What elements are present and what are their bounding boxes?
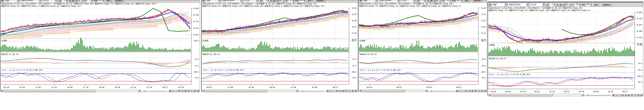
ashi-stepper[interactable]: 1 ▲▼ — [62, 0, 68, 2]
period-button-月[interactable]: 月 — [276, 0, 279, 2]
chevron-down-icon[interactable]: ▼ — [38, 0, 42, 2]
horizontal-scrollbar[interactable] — [205, 89, 296, 92]
scroll-right-icon[interactable]: ▶ — [296, 89, 298, 92]
period-button-日[interactable]: 日 — [270, 0, 273, 2]
nav-button-0[interactable]: ◀ — [168, 89, 171, 92]
spinner-arrows-icon[interactable]: ▲▼ — [91, 0, 93, 2]
nav-button-0[interactable]: ◀ — [455, 89, 458, 92]
spinner-arrows-icon[interactable]: ▲▼ — [449, 0, 451, 2]
period-button-週[interactable]: 週 — [273, 0, 276, 2]
spinner-arrows-icon[interactable]: ▲▼ — [590, 3, 592, 6]
chevron-down-icon[interactable]: ▼ — [240, 0, 243, 2]
period-button-T[interactable]: T — [282, 0, 285, 2]
chevron-down-icon[interactable]: ▼ — [1, 0, 4, 2]
nav-button-8[interactable]: R — [637, 94, 640, 97]
bars-stepper[interactable]: 600 ▲▼ — [586, 3, 592, 6]
period-button-分[interactable]: 分 — [279, 0, 282, 2]
multi-symbol-button[interactable]: 複数銘柄 — [601, 3, 612, 6]
chevron-down-icon[interactable]: ▼ — [17, 0, 20, 2]
slider-handle[interactable] — [430, 90, 432, 92]
period-button-月[interactable]: 月 — [74, 0, 78, 2]
symbol-dropdown[interactable]: 日経225mini ▼ — [20, 0, 42, 2]
symbol-dropdown[interactable]: 日経225mini ▼ — [508, 3, 529, 6]
minutes-stepper[interactable]: 60 ▲▼ — [574, 3, 581, 6]
apply-button[interactable]: 適用 — [463, 0, 470, 2]
nav-button-3[interactable]: ✚ — [335, 89, 338, 92]
ashi-button[interactable]: 足 — [416, 0, 420, 2]
scrollbar-thumb[interactable] — [492, 94, 553, 96]
period-button-週[interactable]: 週 — [430, 0, 433, 2]
nav-button-1[interactable]: + — [172, 89, 174, 92]
nav-button-7[interactable]: L — [190, 89, 193, 92]
spinner-arrows-icon[interactable]: ▲▼ — [461, 0, 462, 2]
nav-button-0[interactable]: ◀ — [326, 89, 329, 92]
period-button-日[interactable]: 日 — [426, 0, 430, 2]
period-button-T[interactable]: T — [81, 0, 84, 2]
apply-button[interactable]: 適用 — [306, 0, 313, 2]
nav-button-8[interactable]: R — [480, 89, 483, 92]
minutes-stepper[interactable]: 5 ▲▼ — [87, 0, 93, 2]
nav-button-6[interactable]: D — [345, 89, 348, 92]
spinner-arrows-icon[interactable]: ▲▼ — [424, 0, 426, 2]
chevron-down-icon[interactable]: ▼ — [202, 0, 205, 2]
scroll-left-icon[interactable]: ◀ — [359, 89, 362, 92]
zoom-slider[interactable] — [142, 90, 167, 92]
nav-button-1[interactable]: + — [329, 89, 332, 92]
ashi-stepper[interactable]: 1 ▲▼ — [420, 0, 426, 2]
nav-button-2[interactable]: - — [174, 89, 178, 92]
nav-button-5[interactable]: ▶ — [184, 89, 187, 92]
nav-button-6[interactable]: D — [474, 89, 477, 92]
nav-button-4[interactable]: ■ — [338, 89, 342, 92]
period-button-月[interactable]: 月 — [562, 3, 565, 6]
nav-button-4[interactable]: ■ — [624, 94, 627, 97]
nav-button-6[interactable]: D — [630, 94, 634, 97]
period-button-T[interactable]: T — [439, 0, 442, 2]
chevron-down-icon[interactable]: ▼ — [526, 3, 529, 6]
contract-dropdown[interactable]: 11/12 ▼ — [243, 0, 259, 2]
horizontal-scrollbar[interactable] — [362, 89, 425, 92]
chevron-down-icon[interactable]: ▼ — [54, 0, 58, 2]
symbol-dropdown[interactable]: 日経225mini ▼ — [222, 0, 243, 2]
chevron-down-icon[interactable]: ▼ — [397, 0, 400, 2]
nav-button-7[interactable]: L — [348, 89, 351, 92]
scroll-right-icon[interactable]: ▶ — [425, 89, 428, 92]
chevron-down-icon[interactable]: ▼ — [413, 0, 416, 2]
nav-button-9[interactable]: ⊕ — [484, 89, 486, 92]
chevron-down-icon[interactable]: ▼ — [218, 0, 221, 2]
bars-stepper[interactable]: 600 ▲▼ — [299, 0, 306, 2]
chevron-down-icon[interactable]: ▼ — [375, 0, 378, 2]
scroll-right-icon[interactable]: ▶ — [582, 94, 584, 96]
contract-dropdown[interactable]: 11/12 ▼ — [42, 0, 58, 2]
zoom-slider[interactable] — [586, 94, 610, 96]
spinner-arrows-icon[interactable]: ▲▼ — [102, 0, 104, 2]
scrollbar-thumb[interactable] — [4, 89, 95, 92]
chevron-down-icon[interactable]: ▼ — [488, 3, 491, 6]
scrollbar-thumb[interactable] — [205, 89, 267, 92]
period-button-日[interactable]: 日 — [556, 3, 559, 6]
scroll-right-icon[interactable]: ▶ — [138, 89, 141, 92]
period-button-週[interactable]: 週 — [559, 3, 562, 6]
spinner-arrows-icon[interactable]: ▲▼ — [554, 3, 555, 6]
chevron-down-icon[interactable]: ▼ — [359, 0, 362, 2]
slider-handle[interactable] — [144, 90, 145, 92]
ashi-button[interactable]: 足 — [546, 3, 549, 6]
nav-button-4[interactable]: ■ — [181, 89, 184, 92]
contract-dropdown[interactable]: 11/12 ▼ — [530, 3, 545, 6]
spinner-arrows-icon[interactable]: ▲▼ — [66, 0, 68, 2]
period-button-週[interactable]: 週 — [72, 0, 74, 2]
period-button-T[interactable]: T — [568, 3, 572, 6]
scroll-left-icon[interactable]: ◀ — [202, 89, 204, 92]
horizontal-scrollbar[interactable] — [491, 94, 581, 97]
scrollbar-thumb[interactable] — [362, 89, 405, 92]
contract-dropdown[interactable]: 11/12 ▼ — [400, 0, 416, 2]
slider-handle[interactable] — [301, 90, 303, 92]
nav-button-3[interactable]: ✚ — [178, 89, 181, 92]
ashi-button[interactable]: 足 — [259, 0, 262, 2]
nav-button-9[interactable]: ⊕ — [196, 89, 200, 92]
nav-button-7[interactable]: L — [634, 94, 636, 97]
chevron-down-icon[interactable]: ▼ — [542, 3, 545, 6]
ashi-stepper[interactable]: 1 ▲▼ — [549, 3, 556, 6]
nav-button-9[interactable]: ⊕ — [640, 94, 643, 97]
nav-button-6[interactable]: D — [187, 89, 190, 92]
nav-button-1[interactable]: + — [458, 89, 462, 92]
